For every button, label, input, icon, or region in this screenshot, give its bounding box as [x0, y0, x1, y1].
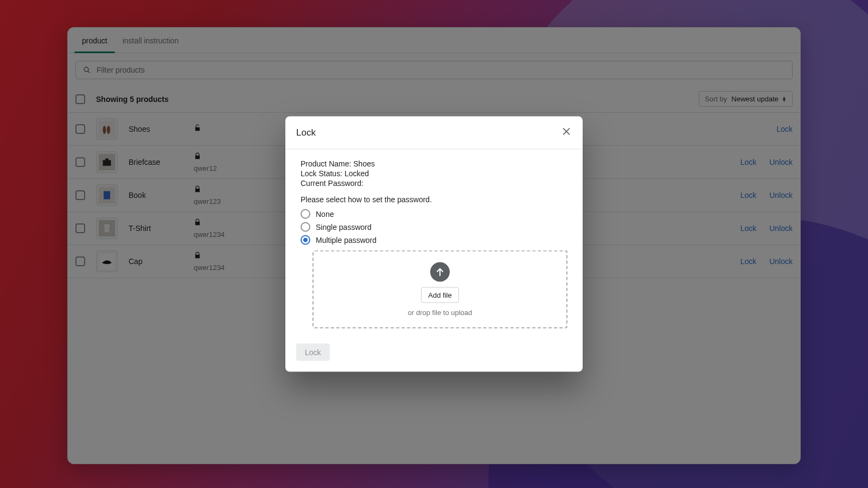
current-password-line: Current Password:: [301, 179, 567, 188]
file-dropzone[interactable]: Add file or drop file to upload: [312, 251, 567, 329]
radio-none[interactable]: None: [301, 209, 567, 219]
modal-close-button[interactable]: [561, 126, 572, 139]
radio-multiple-input[interactable]: [301, 235, 310, 245]
lock-modal: Lock Product Name: Shoes Lock Status: Lo…: [285, 117, 583, 372]
lock-submit-button[interactable]: Lock: [296, 344, 330, 361]
drop-hint: or drop file to upload: [408, 309, 473, 317]
add-file-button[interactable]: Add file: [421, 287, 458, 303]
modal-header: Lock: [285, 117, 583, 150]
product-name-line: Product Name: Shoes: [301, 159, 567, 168]
radio-multiple[interactable]: Multiple password: [301, 235, 567, 245]
upload-icon: [430, 262, 450, 282]
radio-single-label: Single password: [316, 223, 372, 232]
modal-footer: Lock: [285, 336, 583, 372]
radio-multiple-label: Multiple password: [316, 236, 376, 245]
radio-single[interactable]: Single password: [301, 222, 567, 232]
radio-none-label: None: [316, 210, 334, 219]
modal-body: Product Name: Shoes Lock Status: Locked …: [285, 150, 583, 336]
radio-none-input[interactable]: [301, 209, 310, 219]
password-prompt: Please select how to set the password.: [301, 195, 567, 204]
modal-title: Lock: [296, 127, 316, 138]
close-icon: [561, 126, 572, 137]
radio-single-input[interactable]: [301, 222, 310, 232]
lock-status-line: Lock Status: Locked: [301, 169, 567, 178]
